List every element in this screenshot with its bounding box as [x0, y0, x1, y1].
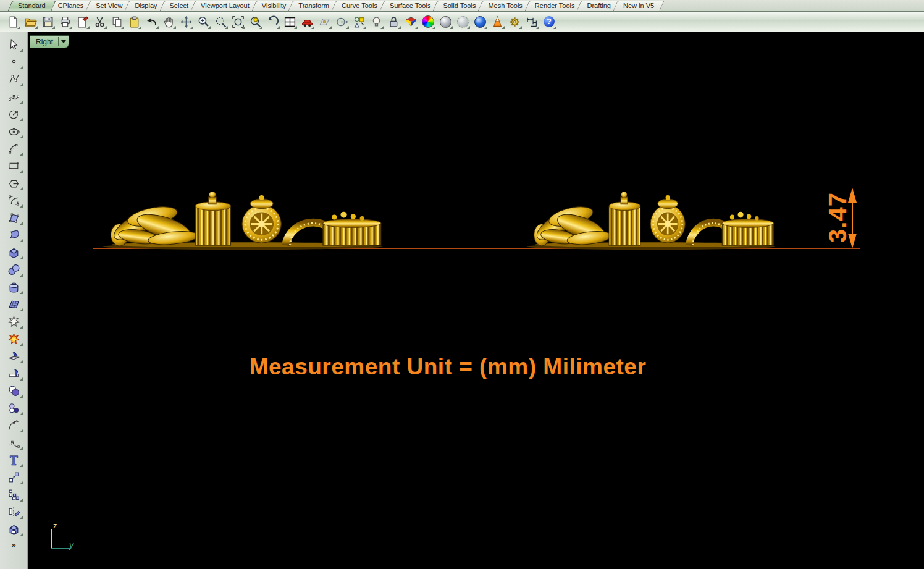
fillet-curve-icon[interactable] [3, 416, 24, 434]
measurement-unit-annotation[interactable]: Measurement Unit = (mm) Milimeter [240, 354, 655, 380]
color-wheel-icon[interactable] [420, 14, 436, 30]
dimension-value[interactable]: 3.47 [807, 190, 868, 245]
cut-icon[interactable] [91, 14, 107, 30]
save-file-icon[interactable] [40, 14, 56, 30]
trim-burst-icon[interactable] [3, 330, 24, 347]
rendered-view-sphere-icon[interactable] [472, 14, 488, 30]
polygon-icon[interactable] [3, 174, 24, 192]
standard-toolbar: ? [0, 12, 924, 32]
hide-objects-bulb-icon[interactable] [368, 14, 384, 30]
main-side-toolbar: » [0, 32, 28, 569]
polyline-icon[interactable] [3, 70, 24, 88]
undo-icon[interactable] [143, 14, 159, 30]
viewport-title-tab[interactable]: Right [30, 35, 69, 48]
toolbar-tab-bar: StandardCPlanesSet ViewDisplaySelectView… [0, 0, 924, 12]
cplane-icon[interactable] [316, 14, 332, 30]
pan-hand-icon[interactable] [161, 14, 177, 30]
page-edit-icon[interactable] [74, 14, 90, 30]
four-viewports-icon[interactable] [282, 14, 298, 30]
undo-view-icon[interactable] [264, 14, 280, 30]
axis-y-label: y [69, 540, 74, 550]
point-icon[interactable] [3, 53, 24, 70]
options-gears-icon[interactable] [506, 14, 523, 30]
control-point-curve-icon[interactable] [3, 88, 24, 105]
text-icon[interactable] [3, 451, 24, 468]
loft-surface-icon[interactable] [3, 226, 24, 243]
viewport-right[interactable]: Right [28, 32, 924, 569]
tab-surface-tools[interactable]: Surface Tools [382, 1, 439, 11]
split-icon[interactable] [3, 365, 24, 382]
tab-solid-tools[interactable]: Solid Tools [435, 1, 484, 11]
viewport-menu-arrow-icon[interactable] [59, 38, 69, 46]
toolbar-overflow-button[interactable]: » [3, 540, 24, 549]
gold-model-left[interactable] [101, 189, 385, 250]
cylinder-icon[interactable] [3, 278, 24, 295]
circle-icon[interactable] [3, 105, 24, 122]
tab-mesh-tools[interactable]: Mesh Tools [480, 1, 530, 11]
blend-curve-icon[interactable] [3, 434, 24, 451]
layers-icon[interactable] [403, 14, 419, 30]
boolean-union-icon[interactable] [3, 382, 24, 399]
rectangle-icon[interactable] [3, 157, 24, 174]
explode-icon[interactable] [3, 313, 24, 330]
paste-icon[interactable] [126, 14, 142, 30]
trim-icon[interactable] [3, 347, 24, 365]
tab-viewport-layout[interactable]: Viewport Layout [193, 1, 258, 11]
mirror-icon[interactable] [3, 503, 24, 520]
axis-z-line [51, 529, 52, 549]
axis-y-line [51, 548, 70, 549]
tab-curve-tools[interactable]: Curve Tools [334, 1, 385, 11]
ellipse-icon[interactable] [3, 122, 24, 140]
new-file-icon[interactable] [5, 14, 21, 30]
tab-new-in-v5[interactable]: New in V5 [615, 1, 662, 11]
lock-objects-icon[interactable] [385, 14, 401, 30]
zoom-dynamic-icon[interactable] [195, 14, 211, 30]
named-views-car-icon[interactable] [299, 14, 315, 30]
zoom-window-icon[interactable] [212, 14, 229, 30]
array-icon[interactable] [3, 486, 24, 503]
viewport-title[interactable]: Right [36, 38, 58, 46]
set-view-icon[interactable] [334, 14, 350, 30]
select-arrow-icon[interactable] [3, 36, 24, 53]
fillet-corner-icon[interactable] [3, 192, 24, 209]
dimension-extension-line-top [93, 188, 860, 188]
open-file-icon[interactable] [22, 14, 38, 30]
tab-render-tools[interactable]: Render Tools [527, 1, 583, 11]
move-view-icon[interactable] [178, 14, 194, 30]
tab-standard[interactable]: Standard [10, 1, 54, 11]
boolean-difference-icon[interactable] [3, 399, 24, 416]
selection-filter-icon[interactable] [351, 14, 367, 30]
shaded-view-sphere-icon[interactable] [437, 14, 453, 30]
surface-corner-points-icon[interactable] [3, 209, 24, 226]
zoom-selected-icon[interactable] [247, 14, 263, 30]
arc-icon[interactable] [3, 140, 24, 157]
mesh-surface-icon[interactable] [3, 295, 24, 313]
help-icon[interactable]: ? [541, 14, 557, 30]
boolean-solid-icon[interactable] [3, 520, 24, 537]
dimension-tool-icon[interactable] [524, 14, 540, 30]
sphere-icon[interactable] [3, 261, 24, 278]
move-icon[interactable] [3, 468, 24, 486]
render-icon[interactable] [489, 14, 505, 30]
zoom-extents-icon[interactable] [230, 14, 246, 30]
print-icon[interactable] [57, 14, 73, 30]
axis-z-label: z [53, 521, 57, 530]
ghosted-view-sphere-icon[interactable] [455, 14, 471, 30]
tab-transform[interactable]: Transform [290, 1, 337, 11]
gold-model-right[interactable] [525, 189, 777, 250]
copy-icon[interactable] [109, 14, 125, 30]
box-icon[interactable] [3, 243, 24, 261]
